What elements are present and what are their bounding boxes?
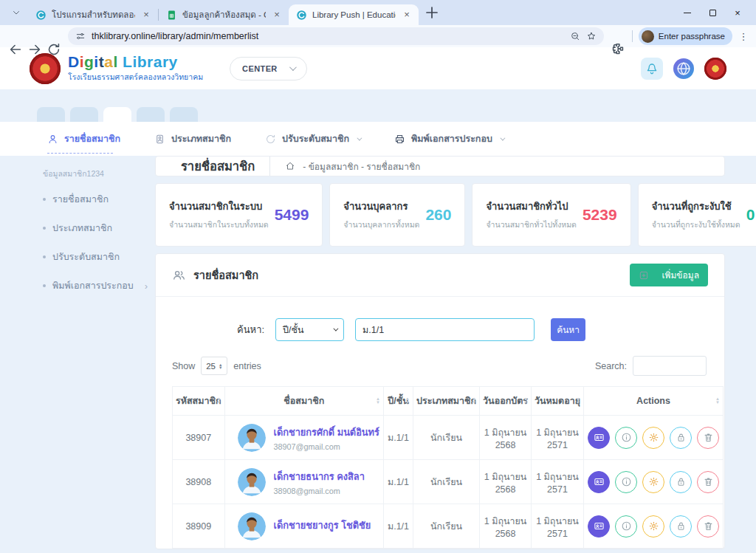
stat-card: จำนวนบุคลากร จำนวนบุคลากรทั้งหมด 260	[329, 183, 465, 247]
sidebar-item[interactable]: ประเภทสมาชิก	[43, 221, 148, 236]
bookmark-star-icon[interactable]	[586, 31, 597, 41]
browser-menu-button[interactable]: ⋮	[738, 31, 749, 42]
delete-action-button[interactable]	[697, 515, 719, 537]
passphrase-button[interactable]: Enter passphrase	[639, 27, 732, 45]
settings-action-button[interactable]	[642, 471, 664, 493]
add-data-button[interactable]: เพิ่มข้อมูล	[630, 264, 708, 286]
url-bar[interactable]: thklibrary.online/library/admin/memberli…	[68, 27, 604, 45]
maximize-button[interactable]	[700, 0, 725, 25]
chevron-right-icon: ›	[145, 281, 148, 292]
column-header[interactable]: ชื่อสมาชิก▲▼	[224, 387, 383, 416]
site-settings-icon[interactable]	[75, 31, 86, 41]
logo-block[interactable]: Digital Library โรงเรียนธรรมศาสตร์คลองหล…	[68, 54, 203, 83]
section-title: รายชื่อสมาชิก	[193, 267, 258, 284]
member-card-action-button[interactable]	[588, 427, 610, 449]
window-controls: ×	[675, 0, 750, 25]
subnav-item[interactable]: พิมพ์เอกสารประกอบ	[394, 131, 504, 146]
column-header[interactable]: รหัสสมาชิก▲▼	[173, 387, 225, 416]
class-filter-select[interactable]: ปี/ชั้น	[275, 318, 344, 341]
gear-icon	[648, 476, 659, 487]
reload-button[interactable]	[46, 28, 62, 44]
home-icon[interactable]	[285, 161, 295, 171]
column-header[interactable]: Actions▲▼	[584, 387, 724, 416]
language-globe-icon[interactable]	[673, 58, 694, 79]
center-dropdown[interactable]: CENTER	[230, 57, 307, 80]
column-header[interactable]: ประเภทสมาชิก▲▼	[413, 387, 480, 416]
table-row: 38908 เด็กชายธนากร คงสิลา 38908@gmail.co…	[173, 460, 724, 504]
subnav: รายชื่อสมาชิก ประเภทสมาชิก ปรับระดับสมาช…	[0, 122, 756, 156]
main-tab[interactable]	[170, 107, 198, 122]
lock-action-button[interactable]	[670, 515, 692, 537]
stat-value: 260	[425, 206, 451, 224]
stat-card: จำนวนที่ถูกระงับใช้ จำนวนที่ถูกระงับใช้ท…	[638, 183, 756, 247]
workspace: ข้อมูลสมาชิก1234 รายชื่อสมาชิก ประเภทสมา…	[0, 156, 756, 541]
stat-card: จำนวนสมาชิกทั่วไป จำนวนสมาชิกทั่วไปทั้งห…	[472, 183, 630, 247]
table-search-input[interactable]	[633, 356, 707, 376]
lock-action-button[interactable]	[670, 471, 692, 493]
search-button[interactable]: ค้นหา	[551, 318, 585, 341]
bullet-icon	[43, 227, 46, 230]
main-tab[interactable]	[70, 107, 98, 122]
browser-tab[interactable]: ข้อมูลลูกค้าห้องสมุด - Google ชีต ×	[159, 4, 289, 25]
member-card-action-button[interactable]	[588, 515, 610, 537]
tab-close-icon[interactable]: ×	[140, 9, 152, 21]
notification-bell-icon[interactable]	[641, 58, 663, 80]
info-action-button[interactable]	[615, 427, 637, 449]
member-expiry-date: 1 มิถุนายน 2571	[532, 504, 584, 549]
lock-action-button[interactable]	[670, 427, 692, 449]
member-name-link[interactable]: เด็กชายธนากร คงสิลา	[274, 469, 365, 484]
zoom-icon[interactable]	[570, 31, 580, 41]
delete-action-button[interactable]	[697, 427, 719, 449]
forward-button[interactable]	[27, 28, 43, 44]
browser-tab[interactable]: โปรแกรมสำหรับทดลองใช้ | ILIBRAR ×	[28, 4, 158, 25]
filter-search-input[interactable]	[355, 318, 535, 341]
close-button[interactable]: ×	[725, 0, 750, 25]
column-header[interactable]: วันออกบัตร▲▼	[480, 387, 532, 416]
sidebar-header: ข้อมูลสมาชิก1234	[43, 168, 148, 180]
trash-icon	[703, 521, 714, 532]
sort-icon: ▲▼	[576, 397, 580, 405]
logo-title: Digital Library	[68, 54, 203, 70]
page-length-select[interactable]: 25 ▲▼	[201, 357, 227, 375]
new-tab-button[interactable]	[423, 4, 441, 21]
main-tab[interactable]	[103, 107, 131, 122]
subnav-item[interactable]: ประเภทสมาชิก	[154, 131, 231, 146]
tab-close-icon[interactable]: ×	[401, 9, 413, 21]
info-action-button[interactable]	[615, 515, 637, 537]
gear-icon	[648, 521, 659, 532]
url-text[interactable]: thklibrary.online/library/admin/memberli…	[92, 31, 564, 41]
member-card-action-button[interactable]	[588, 471, 610, 493]
sidebar-item[interactable]: พิมพ์เอกสารประกอบ ›	[43, 278, 148, 293]
member-name-link[interactable]: เด็กชายกรศักดิ์ มนต์อินทร์	[274, 425, 379, 440]
sort-icon: ▲▼	[376, 397, 380, 405]
main-tab[interactable]	[137, 107, 165, 122]
minimize-button[interactable]	[675, 0, 700, 25]
tab-close-icon[interactable]: ×	[271, 9, 283, 21]
column-header[interactable]: วันหมดอายุ▲▼	[532, 387, 584, 416]
browser-tab[interactable]: Library Push | Education Push ×	[289, 4, 419, 25]
delete-action-button[interactable]	[697, 471, 719, 493]
table-row: 38909 เด็กชายชยางกูร โชติชัย ม.1/1 นักเร…	[173, 504, 724, 549]
profile-logo-avatar[interactable]	[704, 58, 726, 80]
main-tab[interactable]	[37, 107, 65, 122]
tab-search-chevron-icon[interactable]	[7, 4, 25, 21]
show-label: Show	[172, 361, 195, 371]
sidebar-item[interactable]: ปรับระดับสมาชิก	[43, 250, 148, 264]
extensions-button[interactable]	[610, 28, 626, 44]
settings-action-button[interactable]	[642, 515, 664, 537]
back-button[interactable]	[7, 28, 24, 44]
column-header[interactable]: ปี/ชั้น▲▼	[383, 387, 413, 416]
school-logo[interactable]	[30, 53, 61, 84]
add-data-label: เพิ่มข้อมูล	[662, 268, 699, 282]
stat-subtitle: จำนวนสมาชิกทั่วไปทั้งหมด	[486, 219, 576, 231]
settings-action-button[interactable]	[642, 427, 664, 449]
member-name-link[interactable]: เด็กชายชยางกูร โชติชัย	[274, 518, 371, 533]
subnav-item[interactable]: ปรับระดับสมาชิก	[265, 131, 360, 146]
info-icon	[621, 521, 632, 532]
info-action-button[interactable]	[615, 471, 637, 493]
stat-title: จำนวนสมาชิกทั่วไป	[486, 199, 576, 214]
table-wrapper: รหัสสมาชิก▲▼ชื่อสมาชิก▲▼ปี/ชั้น▲▼ประเภทส…	[172, 386, 707, 549]
subnav-item[interactable]: รายชื่อสมาชิก	[47, 131, 120, 146]
trash-icon	[703, 432, 714, 443]
sidebar-item[interactable]: รายชื่อสมาชิก	[43, 192, 148, 207]
